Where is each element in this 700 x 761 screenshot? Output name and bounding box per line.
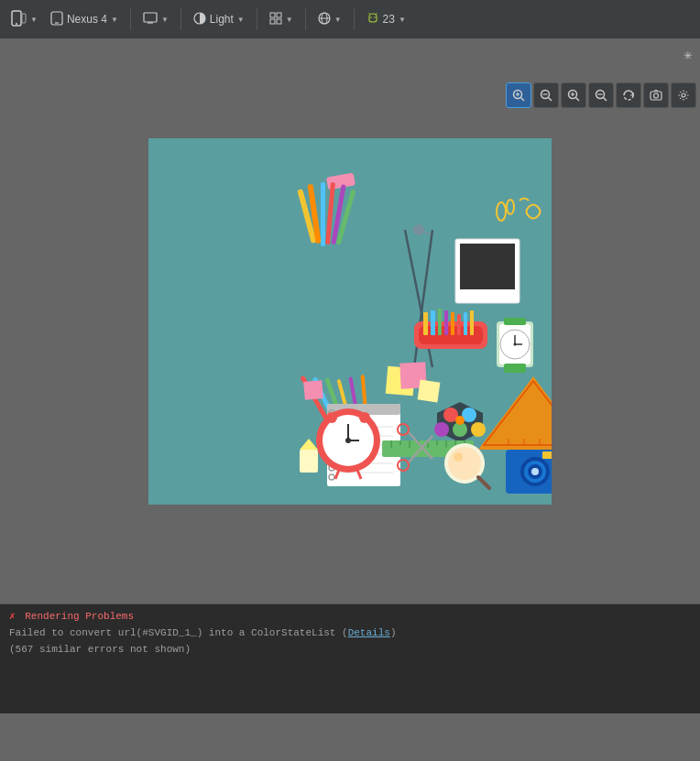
right-toolbar [506,82,696,108]
svg-rect-57 [431,310,435,335]
svg-point-103 [455,416,465,425]
svg-rect-52 [460,244,515,289]
svg-point-117 [359,412,370,423]
locale-btn[interactable]: ▼ [313,9,346,30]
svg-point-142 [531,468,539,475]
separator-3 [257,8,257,30]
svg-rect-72 [504,364,526,373]
svg-rect-9 [270,13,275,17]
svg-rect-151 [303,380,323,400]
separator-4 [305,8,306,30]
theme-caret: ▼ [237,16,245,24]
error-title: ✗ Rendering Problems [9,610,691,622]
device-icon-btn[interactable]: ▼ [5,7,42,32]
svg-rect-34 [651,92,662,100]
globe-icon [318,12,331,27]
svg-line-32 [604,98,607,102]
device-name-label: Nexus 4 [67,13,107,26]
zoom-in-btn[interactable] [561,82,586,108]
error-details-link[interactable]: Details [348,627,390,638]
svg-point-132 [454,452,463,462]
settings-btn[interactable] [671,82,696,108]
zoom-width-btn[interactable] [533,82,559,108]
svg-rect-41 [321,182,325,246]
svg-point-102 [434,422,449,437]
svg-rect-143 [542,451,552,459]
svg-rect-63 [470,310,474,335]
refresh-btn[interactable] [616,82,641,108]
svg-rect-62 [464,312,467,335]
svg-rect-11 [270,19,275,24]
main-toolbar: ▼ Nexus 4 ▼ ▼ Light [0,0,700,38]
svg-point-17 [374,16,376,18]
device-selector-icon [10,10,27,29]
separator-5 [354,8,355,30]
android-icon [366,12,379,27]
layout-btn[interactable]: ▼ [265,9,298,30]
svg-rect-2 [22,14,26,23]
zoom-fit-btn[interactable] [506,82,531,108]
svg-point-70 [514,342,517,345]
svg-line-28 [576,98,580,102]
svg-rect-59 [444,310,448,335]
svg-line-19 [376,13,377,15]
theme-label: Light [210,13,234,26]
api-level-btn[interactable]: 23 ▼ [362,9,410,30]
screen-size-btn[interactable]: ▼ [138,9,173,30]
screen-size-icon [143,12,158,27]
screen-size-caret: ▼ [161,16,169,24]
error-panel: ✗ Rendering Problems Failed to convert u… [0,603,700,713]
svg-rect-150 [418,379,441,402]
layout-icon [269,12,282,27]
loading-spinner: ✳ [684,46,693,64]
svg-point-35 [654,93,659,98]
screenshot-btn[interactable] [643,82,669,108]
svg-line-21 [521,98,525,102]
svg-point-36 [682,93,685,97]
svg-rect-56 [423,312,428,335]
device-phone-icon [50,11,63,28]
svg-rect-60 [451,312,454,335]
svg-point-116 [326,412,337,423]
svg-point-101 [471,422,486,437]
svg-point-16 [370,16,372,18]
bottom-gray-area [0,713,700,761]
svg-line-18 [368,13,370,15]
error-body: Failed to convert url(#SVGID_1_) into a … [9,625,691,658]
locale-caret: ▼ [334,16,342,24]
device-icon-caret: ▼ [30,16,38,24]
svg-rect-12 [277,19,281,24]
theme-btn[interactable]: Light ▼ [189,9,249,30]
separator-2 [180,8,181,30]
illustration-svg [148,138,552,505]
svg-line-25 [549,98,552,102]
zoom-out-btn[interactable] [588,82,614,108]
api-level-label: 23 [383,13,395,26]
device-name-caret: ▼ [111,16,118,24]
svg-rect-71 [504,318,526,325]
canvas-area: ✳ [0,38,700,603]
error-x-icon: ✗ [9,611,16,622]
svg-rect-145 [300,450,318,473]
layout-caret: ▼ [286,16,293,24]
illustration-container [148,138,552,505]
svg-rect-61 [457,314,461,335]
svg-point-131 [448,447,481,480]
api-level-caret: ▼ [399,16,406,24]
svg-rect-5 [144,13,157,22]
svg-rect-10 [277,13,281,17]
svg-rect-58 [438,309,442,335]
theme-icon [193,12,206,27]
separator-1 [130,8,131,30]
device-name-btn[interactable]: Nexus 4 ▼ [46,8,123,31]
